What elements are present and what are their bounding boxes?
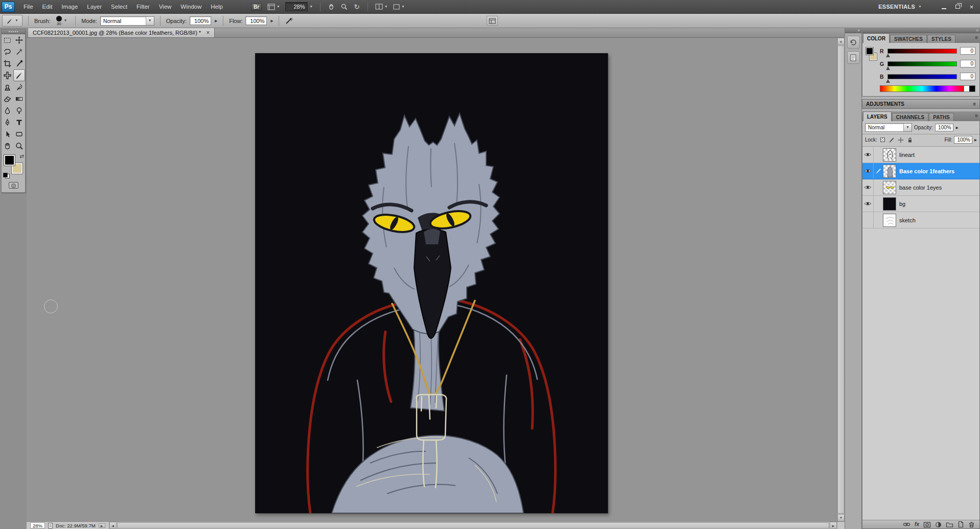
pen-tool[interactable] bbox=[2, 117, 13, 128]
eraser-tool[interactable] bbox=[2, 93, 13, 105]
shape-tool[interactable] bbox=[13, 128, 25, 140]
horizontal-scrollbar[interactable]: ◀ ▶ bbox=[109, 522, 837, 529]
tab-color[interactable]: COLOR bbox=[863, 33, 890, 43]
tab-paths[interactable]: PATHS bbox=[929, 113, 953, 121]
blue-slider-thumb[interactable] bbox=[886, 79, 890, 83]
layer-name[interactable]: bg bbox=[899, 201, 905, 207]
flow-slider-arrow[interactable]: ▶ bbox=[270, 19, 273, 23]
new-group-button[interactable] bbox=[946, 521, 953, 527]
layer-style-button[interactable]: fx bbox=[915, 522, 919, 527]
menu-window[interactable]: Window bbox=[176, 0, 206, 13]
status-flyout-button[interactable]: ▶ bbox=[99, 523, 105, 528]
opacity-field[interactable]: 100% bbox=[190, 16, 211, 25]
layer-name[interactable]: lineart bbox=[899, 152, 915, 158]
green-value-field[interactable]: 0 bbox=[960, 60, 975, 67]
menu-select[interactable]: Select bbox=[106, 0, 132, 13]
menu-image[interactable]: Image bbox=[57, 0, 82, 13]
scroll-right-button[interactable]: ▶ bbox=[830, 522, 837, 529]
layer-opacity-field[interactable]: 100% bbox=[935, 124, 953, 131]
quick-mask-icon[interactable] bbox=[9, 182, 18, 189]
layer-name[interactable]: base color 1eyes bbox=[899, 185, 942, 191]
layer-name[interactable]: sketch bbox=[899, 217, 916, 223]
minimize-button[interactable] bbox=[937, 2, 951, 12]
hand-tool-button[interactable] bbox=[326, 2, 337, 12]
layer-row-selected[interactable]: Base color 1feathers bbox=[862, 163, 979, 179]
layers-panel-menu-icon[interactable]: ≡ bbox=[975, 113, 978, 119]
arrange-documents-button[interactable]: ▼ bbox=[373, 2, 390, 12]
hand-tool[interactable] bbox=[2, 140, 13, 152]
layer-opacity-slider-arrow[interactable]: ▶ bbox=[956, 126, 959, 130]
workspace-switcher[interactable]: ESSENTIALS ▼ bbox=[872, 4, 928, 10]
menu-layer[interactable]: Layer bbox=[82, 0, 106, 13]
fill-field[interactable]: 100% bbox=[954, 136, 972, 144]
green-slider[interactable] bbox=[887, 61, 957, 66]
red-slider-thumb[interactable] bbox=[886, 54, 890, 57]
blue-value-field[interactable]: 0 bbox=[960, 73, 975, 80]
dropdown-button[interactable]: ▼ bbox=[146, 17, 154, 25]
type-tool[interactable] bbox=[13, 117, 25, 128]
dodge-tool[interactable] bbox=[13, 105, 25, 117]
red-value-field[interactable]: 0 bbox=[960, 47, 975, 55]
menu-file[interactable]: File bbox=[19, 0, 38, 13]
delete-layer-button[interactable] bbox=[968, 521, 975, 528]
crop-tool[interactable] bbox=[2, 58, 13, 70]
vertical-scrollbar[interactable]: ▲ ▼ bbox=[837, 38, 845, 521]
healing-brush-tool[interactable] bbox=[2, 70, 13, 81]
layer-row[interactable]: sketch bbox=[862, 212, 979, 228]
zoom-level-control[interactable]: 28% ▼ bbox=[283, 2, 314, 12]
restore-button[interactable] bbox=[951, 2, 965, 12]
opacity-slider-arrow[interactable]: ▶ bbox=[215, 19, 217, 23]
adjustments-panel-header[interactable]: ADJUSTMENTS ≡ bbox=[862, 99, 980, 109]
clone-stamp-tool[interactable] bbox=[2, 81, 13, 93]
rotate-view-button[interactable]: ↻ bbox=[351, 2, 362, 12]
brush-picker[interactable]: 30 ▼ bbox=[54, 15, 70, 27]
blue-slider[interactable] bbox=[887, 74, 957, 79]
dropdown-button[interactable]: ▼ bbox=[903, 124, 911, 131]
flow-field[interactable]: 100% bbox=[245, 16, 267, 25]
layer-visibility-toggle[interactable] bbox=[862, 147, 874, 163]
history-panel-button[interactable] bbox=[847, 36, 860, 49]
airbrush-toggle-button[interactable] bbox=[285, 17, 293, 25]
rectangular-marquee-tool[interactable] bbox=[2, 34, 13, 46]
mini-foreground-swatch[interactable] bbox=[866, 48, 873, 55]
collapse-dock-icon[interactable]: » bbox=[976, 29, 978, 33]
magic-wand-tool[interactable] bbox=[13, 46, 25, 58]
move-tool[interactable] bbox=[13, 34, 25, 46]
resize-grip[interactable] bbox=[837, 522, 845, 529]
spectrum-ramp[interactable] bbox=[880, 86, 964, 91]
layer-thumbnail[interactable] bbox=[883, 197, 896, 211]
fill-slider-arrow[interactable]: ▶ bbox=[974, 138, 977, 142]
horizontal-scroll-thumb[interactable] bbox=[117, 522, 829, 528]
layer-row[interactable]: bg bbox=[862, 196, 979, 212]
zoom-tool-button[interactable] bbox=[338, 2, 350, 12]
adjustment-layer-button[interactable] bbox=[935, 521, 942, 528]
layer-thumbnail[interactable] bbox=[883, 165, 896, 178]
screen-mode-button[interactable]: ▼ bbox=[391, 2, 406, 12]
layer-row[interactable]: lineart bbox=[862, 147, 979, 163]
photoshop-logo[interactable]: Ps bbox=[2, 2, 15, 12]
menu-filter[interactable]: Filter bbox=[132, 0, 154, 13]
lasso-tool[interactable] bbox=[2, 46, 13, 58]
status-zoom-field[interactable]: 28% bbox=[30, 522, 45, 528]
link-layers-button[interactable] bbox=[903, 522, 910, 527]
eyedropper-tool[interactable] bbox=[13, 58, 25, 70]
lock-position-icon[interactable] bbox=[897, 136, 905, 144]
tab-swatches[interactable]: SWATCHES bbox=[890, 35, 927, 43]
document-tab[interactable]: CCF08212013_00001.jpg @ 28% (Base color … bbox=[28, 28, 215, 37]
blend-mode-dropdown[interactable]: Normal ▼ bbox=[100, 16, 154, 26]
launch-bridge-button[interactable]: Br bbox=[249, 2, 264, 12]
layer-visibility-toggle[interactable] bbox=[862, 212, 874, 228]
default-colors-icon[interactable] bbox=[3, 173, 10, 178]
path-selection-tool[interactable] bbox=[2, 128, 13, 140]
toggle-brushes-panel-button[interactable] bbox=[487, 16, 498, 26]
ramp-white-swatch[interactable] bbox=[964, 86, 969, 91]
close-button[interactable]: × bbox=[965, 2, 978, 12]
menu-edit[interactable]: Edit bbox=[38, 0, 57, 13]
new-layer-button[interactable] bbox=[958, 521, 964, 528]
tab-layers[interactable]: LAYERS bbox=[863, 111, 892, 121]
color-panel-menu-icon[interactable]: ≡ bbox=[975, 35, 978, 40]
scroll-left-button[interactable]: ◀ bbox=[109, 522, 117, 529]
swap-colors-icon[interactable]: ⇄ bbox=[20, 154, 24, 159]
blur-tool[interactable] bbox=[2, 105, 13, 117]
canvas-viewport[interactable]: ▲ ▼ bbox=[27, 38, 845, 521]
